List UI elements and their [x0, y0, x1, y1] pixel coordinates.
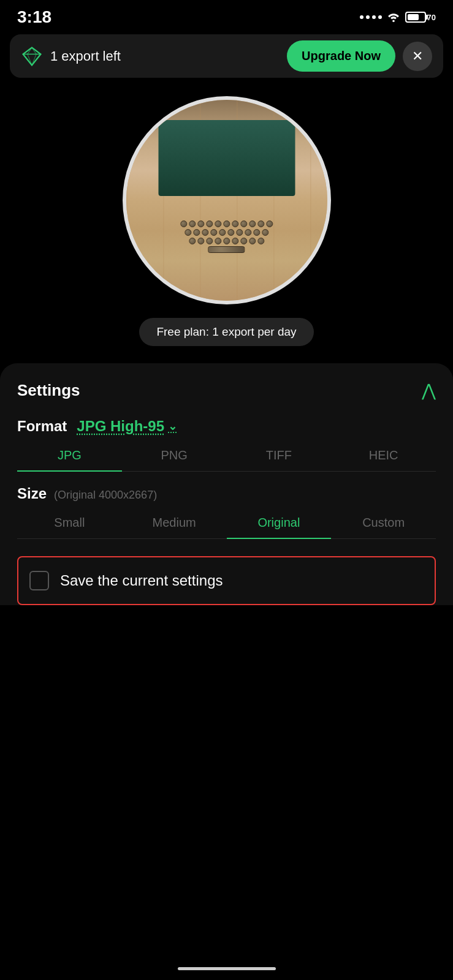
- svg-marker-0: [23, 47, 41, 65]
- tab-jpg[interactable]: JPG: [17, 440, 122, 471]
- preview-image: [123, 96, 331, 304]
- upgrade-button[interactable]: Upgrade Now: [287, 40, 395, 72]
- size-tab-custom[interactable]: Custom: [331, 507, 436, 538]
- settings-header: Settings ⋀: [17, 380, 436, 401]
- upgrade-banner: 1 export left Upgrade Now ✕: [10, 34, 443, 78]
- settings-title: Settings: [17, 381, 80, 400]
- format-value[interactable]: JPG High-95 ⌄: [77, 418, 177, 435]
- wifi-icon: [387, 12, 400, 22]
- free-plan-badge: Free plan: 1 export per day: [139, 318, 313, 346]
- save-settings-checkbox[interactable]: [29, 571, 49, 590]
- size-row: Size (Original 4000x2667): [17, 485, 436, 502]
- save-settings-label: Save the current settings: [60, 572, 223, 589]
- status-time: 3:18: [17, 7, 51, 27]
- status-icons: 70: [360, 12, 436, 23]
- export-count-text: 1 export left: [50, 48, 280, 64]
- size-tab-medium[interactable]: Medium: [122, 507, 227, 538]
- settings-collapse-icon[interactable]: ⋀: [422, 380, 436, 401]
- size-label: Size: [17, 485, 47, 502]
- size-subtext: (Original 4000x2667): [54, 489, 157, 502]
- diamond-icon: [21, 45, 43, 67]
- tab-png[interactable]: PNG: [122, 440, 227, 471]
- settings-panel: Settings ⋀ Format JPG High-95 ⌄ JPG PNG …: [0, 363, 453, 605]
- format-label: Format: [17, 418, 67, 435]
- tab-tiff[interactable]: TIFF: [227, 440, 332, 471]
- size-tab-bar: Small Medium Original Custom: [17, 507, 436, 539]
- format-tab-bar: JPG PNG TIFF HEIC: [17, 440, 436, 472]
- format-value-text: JPG High-95: [77, 418, 164, 435]
- close-icon: ✕: [412, 48, 423, 64]
- size-tab-original[interactable]: Original: [227, 507, 332, 538]
- tab-heic[interactable]: HEIC: [331, 440, 436, 471]
- battery-level: 70: [427, 13, 436, 22]
- signal-icon: [360, 15, 382, 19]
- size-tab-small[interactable]: Small: [17, 507, 122, 538]
- home-indicator: [178, 967, 276, 970]
- close-banner-button[interactable]: ✕: [403, 42, 432, 71]
- status-bar: 3:18 70: [0, 0, 453, 31]
- image-area: Free plan: 1 export per day: [0, 78, 453, 346]
- format-chevron-icon: ⌄: [168, 420, 177, 433]
- save-settings-row[interactable]: Save the current settings: [17, 556, 436, 605]
- battery-icon: 70: [405, 12, 436, 23]
- format-row: Format JPG High-95 ⌄: [17, 418, 436, 435]
